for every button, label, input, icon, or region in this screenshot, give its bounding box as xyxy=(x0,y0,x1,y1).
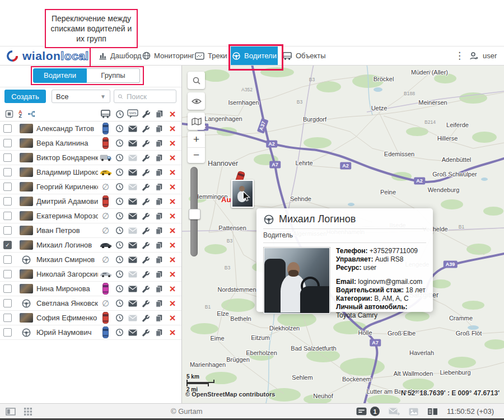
driver-name[interactable]: Нина Миронова xyxy=(36,284,98,293)
column-copy-icon[interactable] xyxy=(152,110,166,118)
delete-icon[interactable]: × xyxy=(166,312,179,323)
properties-wrench-icon[interactable] xyxy=(139,270,152,278)
driver-row[interactable]: ✓ Михаил Логинов × xyxy=(0,238,181,253)
row-checkbox[interactable] xyxy=(3,197,12,206)
nav-tab-dashboard[interactable]: Дашборд xyxy=(99,46,142,65)
driver-name[interactable]: Вера Калинина xyxy=(36,139,98,147)
message-icon[interactable] xyxy=(126,140,139,147)
properties-wrench-icon[interactable] xyxy=(139,183,152,191)
map-canvas[interactable]: Müden (Aller)BröckelIsernhagenMeinersenU… xyxy=(182,64,504,403)
properties-wrench-icon[interactable] xyxy=(139,256,152,264)
delete-icon[interactable]: × xyxy=(166,298,179,309)
worktime-icon[interactable] xyxy=(113,139,126,147)
zoom-slider-track[interactable] xyxy=(190,167,198,256)
properties-wrench-icon[interactable] xyxy=(139,139,152,147)
assigned-vehicle-icon[interactable] xyxy=(98,283,113,295)
message-icon[interactable] xyxy=(126,198,139,205)
properties-wrench-icon[interactable] xyxy=(139,329,152,337)
driver-row[interactable]: Вера Калинина × xyxy=(0,136,181,151)
delete-icon[interactable]: × xyxy=(166,152,179,163)
driver-name[interactable]: Георгий Кириленко xyxy=(36,183,98,191)
worktime-icon[interactable] xyxy=(113,328,126,337)
driver-row[interactable]: Михаил Смирнов ∅ × xyxy=(0,253,181,267)
worktime-icon[interactable] xyxy=(113,212,126,220)
row-checkbox[interactable] xyxy=(3,139,12,147)
driver-row[interactable]: Георгий Кириленко ∅ × xyxy=(0,180,181,194)
assigned-vehicle-icon[interactable]: ∅ xyxy=(98,226,113,235)
row-checkbox[interactable] xyxy=(3,168,12,176)
properties-wrench-icon[interactable] xyxy=(139,198,152,206)
delete-icon[interactable]: × xyxy=(166,254,179,265)
assigned-vehicle-icon[interactable] xyxy=(98,154,113,161)
assigned-vehicle-icon[interactable] xyxy=(98,271,113,277)
row-checkbox[interactable] xyxy=(3,314,12,322)
message-icon[interactable] xyxy=(126,227,139,234)
filter-select[interactable]: Все ▼ xyxy=(52,90,110,103)
message-icon[interactable] xyxy=(126,315,139,321)
delete-icon[interactable]: × xyxy=(166,283,179,294)
driver-name[interactable]: Екатерина Морозова xyxy=(36,212,98,220)
message-icon[interactable] xyxy=(126,125,139,132)
row-checkbox[interactable] xyxy=(3,328,12,337)
assigned-vehicle-icon[interactable] xyxy=(98,137,113,149)
driver-row[interactable]: Светлана Янковская ∅ × xyxy=(0,296,181,311)
nav-tab-monitoring[interactable]: Мониторинг xyxy=(142,46,194,65)
copy-icon[interactable] xyxy=(152,125,166,133)
assigned-vehicle-icon[interactable]: ∅ xyxy=(98,255,113,264)
message-icon[interactable] xyxy=(126,271,139,278)
assigned-vehicle-icon[interactable]: ∅ xyxy=(98,299,113,307)
message-icon[interactable] xyxy=(126,300,139,307)
map-visibility-button[interactable] xyxy=(188,92,205,110)
driver-name[interactable]: Михаил Смирнов xyxy=(36,255,98,264)
message-icon[interactable] xyxy=(126,256,139,263)
properties-wrench-icon[interactable] xyxy=(139,241,152,249)
copy-icon[interactable] xyxy=(152,329,166,337)
copy-icon[interactable] xyxy=(152,300,166,307)
properties-wrench-icon[interactable] xyxy=(139,169,152,176)
copy-icon[interactable] xyxy=(152,183,166,191)
driver-name[interactable]: Николай Загорский xyxy=(36,270,98,278)
driver-name[interactable]: Александр Титов xyxy=(36,124,98,133)
driver-row[interactable]: Александр Титов × xyxy=(0,122,181,136)
column-sms-icon[interactable]: SMS xyxy=(126,109,139,119)
search-input[interactable] xyxy=(125,92,172,101)
toggle-panel-icon[interactable] xyxy=(6,408,16,416)
hierarchy-icon[interactable] xyxy=(27,110,36,118)
delete-icon[interactable]: × xyxy=(166,167,179,178)
row-checkbox[interactable] xyxy=(3,226,12,235)
driver-row[interactable]: Иван Петров ∅ × xyxy=(0,223,181,238)
worktime-icon[interactable] xyxy=(113,270,126,278)
delete-icon[interactable]: × xyxy=(166,181,179,192)
message-icon[interactable] xyxy=(126,155,139,161)
nav-tab-tracks[interactable]: Треки xyxy=(195,46,227,65)
assigned-vehicle-icon[interactable] xyxy=(98,123,113,134)
row-checkbox[interactable] xyxy=(3,255,12,264)
driver-name[interactable]: София Ефименко xyxy=(36,314,98,322)
driver-name[interactable]: Иван Петров xyxy=(36,226,98,235)
map-search-button[interactable] xyxy=(188,72,205,89)
zoom-in-button[interactable]: + xyxy=(188,132,205,148)
delete-icon[interactable]: × xyxy=(166,123,179,134)
select-all-icon[interactable] xyxy=(5,110,13,118)
worktime-icon[interactable] xyxy=(113,183,126,191)
panel-tab-drivers[interactable]: Водители xyxy=(33,68,87,83)
properties-wrench-icon[interactable] xyxy=(139,300,152,307)
worktime-icon[interactable] xyxy=(113,124,126,133)
copy-icon[interactable] xyxy=(152,256,166,264)
assigned-vehicle-icon[interactable] xyxy=(98,312,113,324)
assigned-vehicle-icon[interactable] xyxy=(98,169,113,175)
copy-icon[interactable] xyxy=(152,227,166,235)
registry-icon[interactable] xyxy=(427,408,438,416)
worktime-icon[interactable] xyxy=(113,153,126,162)
row-checkbox[interactable] xyxy=(3,212,12,220)
driver-name[interactable]: Светлана Янковская xyxy=(36,299,98,307)
properties-wrench-icon[interactable] xyxy=(139,227,152,235)
delete-icon[interactable]: × xyxy=(166,225,179,236)
sort-az-icon[interactable]: AZ xyxy=(18,110,22,118)
copy-icon[interactable] xyxy=(152,198,166,206)
message-icon[interactable] xyxy=(126,286,139,292)
driver-row[interactable]: Екатерина Морозова ∅ × xyxy=(0,209,181,223)
nav-tab-drivers[interactable]: Водители xyxy=(231,46,278,65)
copy-icon[interactable] xyxy=(152,169,166,176)
driver-row[interactable]: Владимир Широков × xyxy=(0,165,181,180)
